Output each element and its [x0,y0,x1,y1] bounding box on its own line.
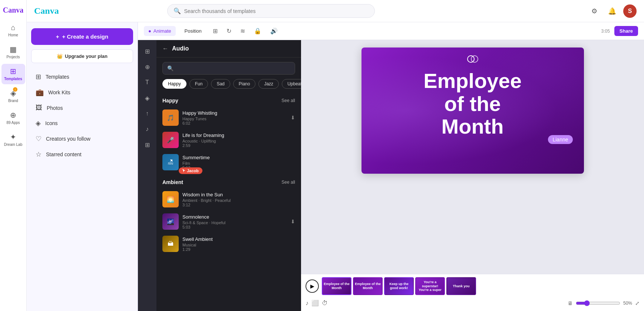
mood-tag-fun[interactable]: Fun [189,79,208,89]
sidebar-item-dreamlab[interactable]: ✦ Dream Lab [1,130,25,150]
notifications-button[interactable]: 🔔 [605,4,619,18]
music-tool[interactable]: ♪ [141,122,154,136]
download-icon-1[interactable]: ⬇ [291,115,295,121]
upload-tool[interactable]: ↑ [141,107,154,120]
refresh-icon[interactable]: ↻ [224,25,234,37]
happy-see-all[interactable]: See all [281,98,295,103]
track-life-dreaming[interactable]: 🎤 Life is for Dreaming Acoustic · Uplift… [156,129,301,151]
search-bar[interactable]: 🔍 [167,4,375,18]
slide-thumb-2[interactable]: Employee of the Month [353,277,383,295]
audio-section-ambient: Ambient See all 🌅 Wisdom in the Sun Ambi… [156,175,301,256]
ambient-see-all[interactable]: See all [281,180,295,185]
track-somnolence[interactable]: 🌌 Somnolence Sci-fi & Space · Hopeful 5:… [156,210,301,233]
zoom-control: 🖥 50% ⤢ [568,300,640,306]
slide-thumb-4[interactable]: You're a superstar! You're a super [415,277,445,295]
track-info-6: Swell Ambient Musical 1:29 [182,236,295,252]
audio-search[interactable]: 🔍 [162,62,295,75]
screen-icon[interactable]: ⬜ [311,299,319,307]
nav-label-templates: Templates [46,74,69,80]
mood-tag-happy[interactable]: Happy [162,79,186,89]
track-swell-ambient[interactable]: 🏔 Swell Ambient Musical 1:29 [156,233,301,255]
timer-icon[interactable]: ⏱ [322,300,328,307]
filter-icon[interactable]: ≋ [238,25,247,37]
track-sub-3: Film [182,161,295,166]
templates-nav-icon: ⊞ [36,73,41,81]
notes-icon[interactable]: ♪ [306,300,308,307]
download-icon-5[interactable]: ⬇ [291,219,295,225]
canvas-name-badge: Lianne [548,135,572,144]
slide-thumb-3[interactable]: Keep up the good work! [384,277,414,295]
search-input[interactable] [184,8,369,14]
apps-tool[interactable]: ⊞ [141,138,154,151]
expand-icon[interactable]: ⤢ [635,300,640,306]
settings-button[interactable]: ⚙ [588,4,601,18]
sidebar-item-apps[interactable]: ⊕ 89 Apps [1,108,25,128]
crown-icon: 👑 [57,53,63,59]
nav-item-starred[interactable]: ☆ Starred content [31,147,133,162]
monitor-icon: 🖥 [568,300,573,306]
track-thumb-6: 🏔 [162,236,179,252]
text-tool[interactable]: T [141,76,154,89]
track-name-1: Happy Whistling [182,110,287,116]
lock-icon[interactable]: 🔒 [252,25,264,37]
track-name-2: Life is for Dreaming [182,132,295,138]
left-sidebar: Canva ⌂ Home ▦ Projects ⊞ Templates ◈ ! … [0,0,27,311]
nav-item-templates[interactable]: ⊞ Templates [31,69,133,85]
projects-icon: ▦ [10,45,17,54]
nav-item-icons[interactable]: ◈ Icons [31,115,133,131]
brand-icon: ◈ ! [10,89,16,98]
nav-item-creators[interactable]: ♡ Creators you follow [31,131,133,147]
back-button[interactable]: ← [162,45,168,52]
track-thumb-1: 🎵 [162,109,179,126]
user-avatar[interactable]: S [623,4,637,18]
track-info-5: Somnolence Sci-fi & Space · Hopeful 5:03 [182,214,287,229]
audio-icon[interactable]: 🔊 [268,25,280,37]
grid-icon[interactable]: ⊞ [211,25,220,37]
slide-thumb-5[interactable]: Thank you [446,277,476,295]
animate-button[interactable]: ● Animate [144,26,176,36]
sidebar-item-home[interactable]: ⌂ Home [1,20,25,40]
sidebar-item-projects[interactable]: ▦ Projects [1,42,25,62]
sidebar-item-brand[interactable]: ◈ ! Brand [1,86,25,106]
slide-content-1: Employee of the Month [323,278,351,294]
canva-wordmark: Canva [34,6,59,16]
zoom-percentage: 50% [623,301,632,306]
ambient-section-title: Ambient [162,179,183,185]
play-button[interactable]: ▶ [306,279,319,293]
track-name-4: Wisdom in the Sun [182,192,295,197]
brand-tool[interactable]: ◈ [141,91,154,105]
nav-item-photos[interactable]: 🖼 Photos [31,100,133,115]
home-icon: ⌂ [11,23,15,32]
mood-tag-piano[interactable]: Piano [233,79,256,89]
share-button[interactable]: Share [614,26,638,36]
main-content: Canva 🔍 ⚙ 🔔 S + + Create a design 👑 Upgr… [27,0,644,311]
track-happy-whistling[interactable]: 🎵 Happy Whistling Happy Tunes 6:02 ⬇ [156,107,301,129]
canvas-area: Employee of the Month Lianne [301,40,644,274]
cursor-icon [182,169,185,173]
create-design-button[interactable]: + + Create a design [31,28,133,45]
slide-thumb-1[interactable]: Employee of the Month [322,277,351,295]
audio-search-input[interactable] [176,66,290,71]
mood-tag-upbeat[interactable]: Upbeat [282,79,301,89]
timeline-left-icons: ♪ ⬜ ⏱ [306,299,328,307]
position-button[interactable]: Position [180,26,206,36]
happy-section-title: Happy [162,98,178,104]
jacob-cursor-badge: Jacob [179,167,202,174]
mood-tag-sad[interactable]: Sad [211,79,230,89]
mood-tag-jazz[interactable]: Jazz [258,79,279,89]
layout-tool[interactable]: ⊞ [141,45,154,58]
canva-logo: Canva [1,4,25,16]
starred-nav-icon: ☆ [36,150,42,158]
slide-content-4: You're a superstar! You're a super [416,278,444,294]
track-summertime[interactable]: 🏖 Summertime Film 5:13 Jacob [156,151,301,173]
svg-marker-0 [182,169,185,173]
audio-panel: ← Audio 🔍 Happy Fun Sad Piano Jazz Upbea… [156,40,301,311]
nav-item-workkits[interactable]: 💼 Work Kits [31,85,133,100]
upgrade-button[interactable]: 👑 Upgrade your plan [31,49,133,63]
canvas-title-line2: of the Month [417,92,528,138]
track-wisdom-sun[interactable]: 🌅 Wisdom in the Sun Ambient · Bright · P… [156,188,301,210]
nav-label-starred: Starred content [46,151,82,157]
zoom-slider[interactable] [576,300,620,306]
elements-tool[interactable]: ⊕ [141,60,154,73]
sidebar-item-templates[interactable]: ⊞ Templates [1,64,25,84]
